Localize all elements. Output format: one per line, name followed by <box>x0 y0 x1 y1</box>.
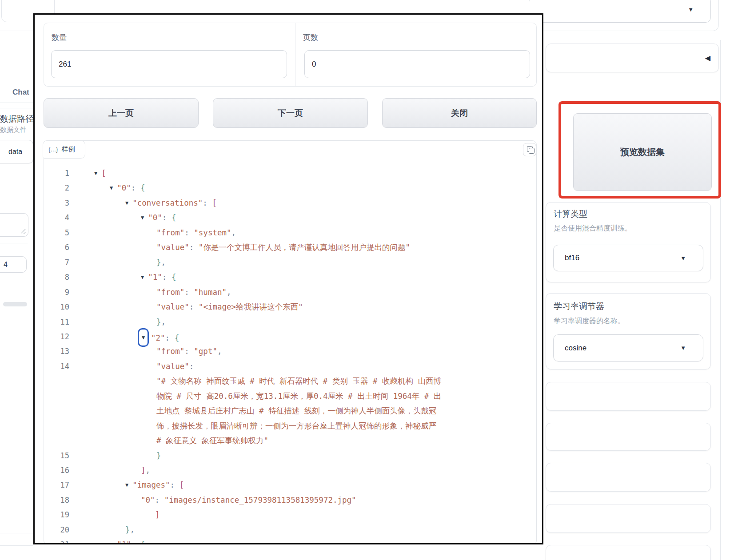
json-token: { <box>172 273 176 282</box>
collapse-arrow-icon[interactable]: ▼ <box>110 180 113 195</box>
annotation-red-box <box>558 101 721 199</box>
chevron-down-icon: ▼ <box>688 7 710 12</box>
json-token: , <box>227 288 231 297</box>
json-row: 7}, <box>44 255 537 270</box>
json-row: 18"0": "images/instance_1579398113581395… <box>44 492 537 508</box>
json-row: 15} <box>44 448 537 463</box>
json-row: 20}, <box>44 522 537 537</box>
top-right-dropdown[interactable]: ▼ <box>529 0 711 23</box>
json-token: } <box>125 525 130 534</box>
json-tree: 1▼[2▼"0": {3▼"conversations": [4▼"0": {5… <box>44 141 537 544</box>
json-token: { <box>172 213 176 222</box>
json-token: "human" <box>194 288 227 297</box>
json-token: , <box>146 466 151 475</box>
json-token: "from" <box>156 347 184 356</box>
json-token: 饰，披拂长发，眼眉清晰可辨；一侧为一方形台座上置神人冠饰的形象，神秘威严 <box>156 421 436 430</box>
json-token: , <box>161 258 166 267</box>
json-token: , <box>231 228 236 237</box>
json-token: "value" <box>156 243 189 252</box>
line-number: 4 <box>44 210 69 225</box>
line-number: 1 <box>44 166 69 181</box>
json-token: "0" <box>148 213 162 222</box>
next-page-button[interactable]: 下一页 <box>213 98 368 128</box>
json-token: [ <box>101 169 106 178</box>
bottom-divider-2 <box>0 545 33 546</box>
dataset-preview-modal: 数量 页数 上一页 下一页 关闭 1▼[2▼"0": {3▼"conversat… <box>33 13 543 544</box>
accordion-row[interactable] <box>546 545 711 560</box>
tabbar-underline <box>0 103 34 103</box>
braces-icon: {…} <box>48 146 58 153</box>
accordion-row-top[interactable]: ◀ <box>546 44 719 72</box>
line-number: 20 <box>44 522 69 537</box>
bottom-divider-1 <box>0 533 33 533</box>
prompt-textarea[interactable] <box>0 213 28 237</box>
json-row: # 象征意义 象征军事统帅权力" <box>44 433 537 448</box>
json-token: "1" <box>148 273 162 282</box>
json-token: : <box>184 228 194 237</box>
collapse-arrow-icon[interactable]: ▼ <box>110 537 113 544</box>
line-number: 13 <box>44 344 69 359</box>
lr-scheduler-value: cosine <box>554 344 680 353</box>
json-row: 物院 # 尺寸 高20.6厘米，宽13.1厘米，厚0.4厘米 # 出土时间 19… <box>44 389 537 404</box>
tab-chat[interactable]: Chat <box>12 88 34 97</box>
collapse-arrow-icon[interactable]: ▼ <box>125 195 128 210</box>
line-number: 6 <box>44 240 69 255</box>
json-token: : <box>189 243 199 252</box>
json-token: [ <box>180 481 184 489</box>
json-row: 8▼"1": { <box>44 270 537 285</box>
resize-grip-icon[interactable] <box>20 229 26 235</box>
compute-type-card: 计算类型 是否使用混合精度训练。 bf16 ▼ <box>546 202 711 282</box>
json-token: : <box>165 334 175 342</box>
json-token: } <box>156 258 161 267</box>
close-button[interactable]: 关闭 <box>382 98 537 128</box>
line-number: 19 <box>44 507 69 522</box>
json-token: "system" <box>194 228 231 237</box>
line-number: 16 <box>44 463 69 478</box>
json-token: "你是一个文博工作人员，请严谨认真地回答用户提出的问题" <box>199 243 410 252</box>
data-file-sublabel: 数据文件 <box>0 126 34 134</box>
pages-input[interactable] <box>304 50 530 78</box>
compute-type-subtitle: 是否使用混合精度训练。 <box>554 224 632 233</box>
json-token: : <box>170 481 180 489</box>
json-token: : <box>155 496 164 504</box>
collapse-arrow-icon[interactable]: ▼ <box>142 330 145 345</box>
json-token: : <box>184 347 194 356</box>
json-row: 1▼[ <box>44 166 537 181</box>
line-number: 18 <box>44 492 69 508</box>
accordion-row[interactable] <box>546 382 711 411</box>
quantity-input[interactable] <box>51 50 287 78</box>
chevron-down-icon: ▼ <box>680 255 703 261</box>
line-number: 3 <box>44 195 69 210</box>
small-number-input[interactable]: 4 <box>0 256 27 273</box>
collapse-arrow-icon[interactable]: ▼ <box>94 166 97 181</box>
accordion-row[interactable] <box>546 423 711 451</box>
json-row: 9"from": "human", <box>44 285 537 300</box>
json-token: : <box>162 213 172 222</box>
copy-icon[interactable] <box>523 143 536 156</box>
accordion-row[interactable] <box>546 463 711 492</box>
lr-scheduler-dropdown[interactable]: cosine ▼ <box>553 334 703 361</box>
collapse-arrow-icon[interactable]: ▼ <box>141 270 144 285</box>
data-dir-dropdown[interactable]: data <box>0 140 33 163</box>
json-row: 12▼"2": { <box>44 329 537 344</box>
collapse-left-icon[interactable]: ◀ <box>705 55 718 62</box>
prev-page-button[interactable]: 上一页 <box>44 98 199 128</box>
json-token: : <box>184 288 194 297</box>
json-token: : <box>162 273 172 282</box>
compute-type-dropdown[interactable]: bf16 ▼ <box>553 245 703 271</box>
collapse-arrow-icon[interactable]: ▼ <box>141 210 144 225</box>
accordion-row[interactable] <box>546 504 711 533</box>
json-row: 21▼"1": { <box>44 537 537 544</box>
line-number: 9 <box>44 285 69 300</box>
json-token: } <box>156 451 161 460</box>
json-row: 3▼"conversations": [ <box>44 195 537 210</box>
slider-track-fragment[interactable] <box>3 302 27 306</box>
line-number: 7 <box>44 255 69 270</box>
data-dir-value: data <box>0 148 22 156</box>
json-token: "gpt" <box>194 347 217 356</box>
collapse-arrow-icon[interactable]: ▼ <box>125 477 128 492</box>
line-number: 14 <box>44 359 69 374</box>
json-row: 饰，披拂长发，眼眉清晰可辨；一侧为一方形台座上置神人冠饰的形象，神秘威严 <box>44 418 537 433</box>
json-token: "1" <box>117 540 131 544</box>
json-token: , <box>217 347 222 356</box>
